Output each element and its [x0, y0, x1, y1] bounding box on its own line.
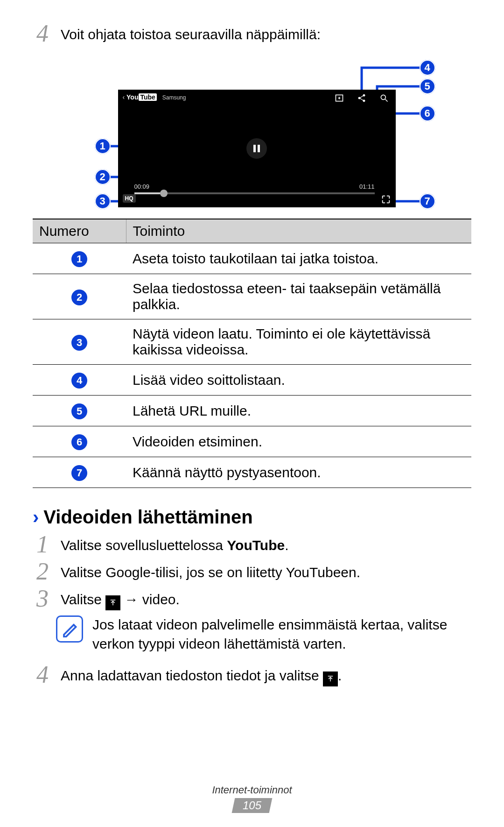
time-readout: 00:09 01:11 — [134, 183, 375, 192]
note-text: Jos lataat videon palvelimelle ensimmäis… — [92, 615, 471, 653]
play-pause-button[interactable] — [246, 138, 267, 159]
add-to-playlist-icon[interactable] — [335, 93, 344, 103]
table-cell-number: 6 — [33, 426, 126, 457]
table-row: 4Lisää video soittolistaan. — [33, 365, 471, 396]
callout-6: 6 — [420, 106, 435, 121]
upload-icon — [105, 595, 120, 610]
note-icon — [56, 615, 83, 643]
table-cell-function: Lähetä URL muille. — [126, 396, 471, 426]
search-icon[interactable] — [379, 93, 389, 103]
table-cell-function: Lisää video soittolistaan. — [126, 365, 471, 396]
callout-1: 1 — [95, 138, 111, 154]
youtube-controls-figure: ‹ YouTube Samsung — [69, 60, 435, 209]
table-cell-number: 4 — [33, 365, 126, 396]
table-cell-number: 1 — [33, 243, 126, 274]
table-row: 5Lähetä URL muille. — [33, 396, 471, 426]
step-number: 1 — [33, 532, 52, 557]
callout-2: 2 — [95, 169, 111, 185]
step-text: Voit ohjata toistoa seuraavilla näppäimi… — [61, 21, 471, 44]
number-badge: 3 — [71, 335, 87, 351]
table-cell-function: Aseta toisto taukotilaan tai jatka toist… — [126, 243, 471, 274]
svg-point-1 — [358, 97, 360, 99]
number-badge: 4 — [71, 373, 87, 389]
number-badge: 6 — [71, 434, 87, 450]
youtube-player-screenshot: ‹ YouTube Samsung — [118, 90, 396, 207]
time-current: 00:09 — [134, 183, 150, 190]
table-row: 1Aseta toisto taukotilaan tai jatka tois… — [33, 243, 471, 274]
controls-table: Numero Toiminto 1Aseta toisto taukotilaa… — [33, 219, 471, 488]
upload-step-1: 1 Valitse sovellusluettelossa YouTube. — [33, 532, 471, 557]
table-cell-number: 2 — [33, 274, 126, 319]
youtube-logo: ‹ YouTube Samsung — [123, 93, 186, 101]
step-4-controls: 4 Voit ohjata toistoa seuraavilla näppäi… — [33, 21, 471, 46]
step-number: 3 — [33, 587, 52, 611]
callout-3: 3 — [95, 193, 111, 209]
section-title: Videoiden lähettäminen — [43, 507, 252, 528]
table-cell-number: 5 — [33, 396, 126, 426]
table-cell-function: Käännä näyttö pystyasentoon. — [126, 457, 471, 488]
number-badge: 2 — [71, 290, 87, 305]
svg-point-3 — [363, 100, 364, 102]
seek-bar[interactable] — [134, 192, 375, 194]
rotate-screen-icon[interactable] — [381, 194, 391, 205]
upload-step-3: 3 Valitse → video. — [33, 587, 471, 611]
page-footer: Internet-toiminnot 105 — [0, 784, 504, 813]
player-top-bar: ‹ YouTube Samsung — [123, 92, 391, 105]
upload-step-2: 2 Valitse Google-tilisi, jos se on liite… — [33, 559, 471, 584]
step-text: Valitse sovellusluettelossa YouTube. — [61, 532, 471, 555]
table-cell-function: Videoiden etsiminen. — [126, 426, 471, 457]
step-number: 4 — [33, 663, 52, 687]
table-cell-function: Näytä videon laatu. Toiminto ei ole käyt… — [126, 319, 471, 365]
step-text: Valitse → video. — [61, 587, 471, 610]
number-badge: 1 — [71, 251, 87, 267]
table-row: 3Näytä videon laatu. Toiminto ei ole käy… — [33, 319, 471, 365]
upload-step-4: 4 Anna ladattavan tiedoston tiedot ja va… — [33, 663, 471, 687]
step-number: 4 — [33, 21, 52, 46]
time-total: 01:11 — [359, 183, 375, 190]
svg-line-5 — [385, 99, 387, 102]
section-heading-upload: › Videoiden lähettäminen — [33, 507, 471, 528]
table-cell-number: 3 — [33, 319, 126, 365]
footer-category: Internet-toiminnot — [0, 784, 504, 796]
svg-point-4 — [381, 95, 385, 99]
table-row: 7Käännä näyttö pystyasentoon. — [33, 457, 471, 488]
hq-badge[interactable]: HQ — [123, 194, 136, 203]
page-number: 105 — [232, 798, 273, 813]
table-header-function: Toiminto — [126, 219, 471, 243]
upload-icon — [323, 671, 338, 686]
callout-7: 7 — [420, 193, 435, 209]
upload-note: Jos lataat videon palvelimelle ensimmäis… — [56, 615, 471, 653]
step-text: Valitse Google-tilisi, jos se on liitett… — [61, 559, 471, 582]
seek-thumb[interactable] — [160, 190, 168, 197]
number-badge: 5 — [71, 403, 87, 419]
chevron-right-icon: › — [33, 507, 39, 528]
callout-4: 4 — [420, 60, 435, 76]
step-text: Anna ladattavan tiedoston tiedot ja vali… — [61, 663, 471, 686]
table-row: 6Videoiden etsiminen. — [33, 426, 471, 457]
step-number: 2 — [33, 559, 52, 584]
callout-5: 5 — [420, 78, 435, 94]
table-cell-function: Selaa tiedostossa eteen- tai taaksepäin … — [126, 274, 471, 319]
share-icon[interactable] — [357, 93, 366, 103]
number-badge: 7 — [71, 465, 87, 481]
svg-point-2 — [363, 94, 364, 96]
table-cell-number: 7 — [33, 457, 126, 488]
table-row: 2Selaa tiedostossa eteen- tai taaksepäin… — [33, 274, 471, 319]
table-header-number: Numero — [33, 219, 126, 243]
